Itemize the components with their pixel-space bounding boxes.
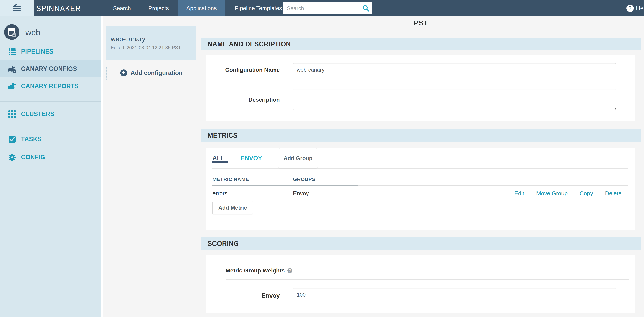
table-row: errors Envoy Edit Move Group Copy Delete xyxy=(212,186,628,201)
name-description-card: Configuration Name Description xyxy=(206,55,634,121)
sidebar-item-label: CANARY CONFIGS xyxy=(21,65,77,72)
plus-icon: + xyxy=(120,70,127,76)
sidebar-item-config[interactable]: CONFIG xyxy=(0,148,101,166)
scoring-card: Metric Group Weights ? Envoy xyxy=(206,255,634,313)
menu-toggle[interactable] xyxy=(0,0,34,16)
config-list-panel: web-canary Edited: 2021-03-04 12:21:35 P… xyxy=(106,16,196,80)
nav-applications[interactable]: Applications xyxy=(178,0,225,16)
sidebar-item-label: CLUSTERS xyxy=(21,110,54,118)
description-label: Description xyxy=(206,96,280,103)
envoy-weight-label: Envoy xyxy=(226,292,280,301)
top-navbar: SPINNAKER Search Projects Applications P… xyxy=(0,0,644,16)
app-header[interactable]: web xyxy=(0,16,101,40)
brand-logo[interactable]: SPINNAKER xyxy=(36,4,81,13)
metric-group-tabs: ALL ENVOY Add Group xyxy=(212,148,628,168)
active-tab-underline xyxy=(212,161,228,163)
edit-link[interactable]: Edit xyxy=(514,190,524,196)
global-search-input[interactable] xyxy=(283,2,362,14)
sidebar-item-pipelines[interactable]: PIPELINES xyxy=(0,43,101,60)
sidebar-item-clusters[interactable]: CLUSTERS xyxy=(0,105,101,122)
sidebar-gutter xyxy=(101,16,103,317)
delete-link[interactable]: Delete xyxy=(605,190,622,196)
checkbox-icon xyxy=(8,136,16,143)
section-header-name-description: NAME AND DESCRIPTION xyxy=(201,38,641,50)
sidebar-divider xyxy=(0,102,101,102)
tab-all[interactable]: ALL xyxy=(212,155,224,162)
search-icon[interactable] xyxy=(362,4,370,12)
add-configuration-label: Add configuration xyxy=(131,70,183,76)
metric-name-column-header: METRIC NAME xyxy=(212,176,293,182)
clipped-header-text: PST xyxy=(201,22,641,28)
help-label: Help xyxy=(636,5,644,12)
menu-icon xyxy=(12,3,22,13)
table-header-divider xyxy=(212,185,628,186)
metric-name-cell: errors xyxy=(212,190,293,196)
envoy-weight-input[interactable] xyxy=(293,288,616,301)
metrics-card: ALL ENVOY Add Group METRIC NAME GROUPS e… xyxy=(206,148,634,230)
canary-config-icon xyxy=(8,65,16,73)
add-group-button[interactable]: Add Group xyxy=(278,148,318,168)
scoring-divider xyxy=(226,279,629,280)
sidebar-item-canary-configs[interactable]: CANARY CONFIGS xyxy=(0,60,101,78)
nav-search[interactable]: Search xyxy=(105,0,139,16)
group-weight-row: Envoy xyxy=(226,288,634,301)
bird-icon xyxy=(8,82,16,90)
section-header-scoring: SCORING xyxy=(201,237,641,250)
metric-group-weights-label: Metric Group Weights xyxy=(226,267,285,274)
description-textarea[interactable] xyxy=(293,89,616,110)
sidebar-item-label: PIPELINES xyxy=(21,48,54,55)
add-metric-button[interactable]: Add Metric xyxy=(212,201,253,214)
list-icon xyxy=(8,48,16,56)
grid-icon xyxy=(8,110,16,118)
sidebar-item-label: CANARY REPORTS xyxy=(21,82,79,90)
config-card-edited: Edited: 2021-03-04 12:21:35 PST xyxy=(111,45,190,50)
application-icon xyxy=(4,24,20,40)
groups-column-header: GROUPS xyxy=(293,176,315,182)
section-header-metrics: METRICS xyxy=(201,129,641,142)
configuration-name-label: Configuration Name xyxy=(206,66,280,74)
question-icon[interactable]: ? xyxy=(288,268,292,273)
help-icon: ? xyxy=(626,4,634,12)
row-actions: Edit Move Group Copy Delete xyxy=(514,190,628,196)
config-detail: PST NAME AND DESCRIPTION Configuration N… xyxy=(201,16,644,317)
sidebar: web PIPELINES xyxy=(0,16,101,317)
primary-nav: Search Projects Applications Pipeline Te… xyxy=(105,0,293,16)
sidebar-item-tasks[interactable]: TASKS xyxy=(0,130,101,148)
config-card-title: web-canary xyxy=(111,35,192,42)
gear-icon xyxy=(8,154,16,161)
sidebar-item-canary-reports[interactable]: CANARY REPORTS xyxy=(0,78,101,95)
move-group-link[interactable]: Move Group xyxy=(536,190,568,196)
sidebar-item-label: TASKS xyxy=(21,136,42,143)
copy-link[interactable]: Copy xyxy=(580,190,593,196)
nav-projects[interactable]: Projects xyxy=(140,0,177,16)
groups-cell: Envoy xyxy=(293,190,309,196)
nav-pipeline-templates[interactable]: Pipeline Templates xyxy=(227,0,290,16)
app-name: web xyxy=(26,28,40,37)
add-configuration-button[interactable]: + Add configuration xyxy=(106,66,196,80)
global-search xyxy=(283,2,372,14)
sidebar-item-label: CONFIG xyxy=(21,154,45,161)
config-card-web-canary[interactable]: web-canary Edited: 2021-03-04 12:21:35 P… xyxy=(106,26,196,60)
tab-envoy[interactable]: ENVOY xyxy=(240,155,262,162)
help-link[interactable]: ? Help xyxy=(626,0,644,16)
configuration-name-input[interactable] xyxy=(293,63,616,76)
metrics-table-header: METRIC NAME GROUPS xyxy=(212,176,628,182)
